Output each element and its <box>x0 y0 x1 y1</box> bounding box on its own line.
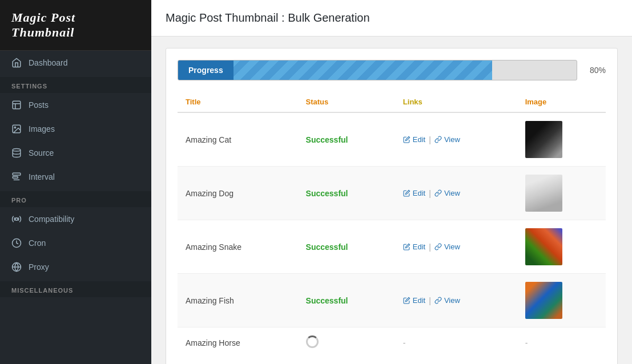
svg-point-9 <box>15 218 18 221</box>
edit-link[interactable]: Edit <box>403 242 425 251</box>
cell-links: - <box>395 327 517 358</box>
table-row: Amazing SnakeSuccessful Edit | View <box>178 220 606 274</box>
thumbnail-image <box>525 121 562 158</box>
table-row: Amazing Horse-- <box>178 327 606 358</box>
progress-fill <box>234 60 493 80</box>
sidebar-item-compatibility[interactable]: Compatibility <box>0 207 151 231</box>
sidebar-item-images[interactable]: Images <box>0 117 151 141</box>
col-header-image: Image <box>517 92 606 112</box>
proxy-icon <box>11 262 22 272</box>
table-row: Amazing CatSuccessful Edit | View <box>178 112 606 167</box>
col-header-status: Status <box>298 92 395 112</box>
cell-title: Amazing Snake <box>178 220 298 274</box>
table-row: Amazing DogSuccessful Edit | View <box>178 167 606 220</box>
sidebar-item-label: Proxy <box>29 262 49 272</box>
col-header-links: Links <box>395 92 517 112</box>
main-card: Progress 80% Title Status Links Image <box>166 48 618 364</box>
cell-title: Amazing Fish <box>178 274 298 327</box>
cell-title: Amazing Cat <box>178 112 298 167</box>
sidebar-item-label: Posts <box>29 100 49 110</box>
svg-rect-6 <box>13 173 21 175</box>
content-area: Progress 80% Title Status Links Image <box>151 37 632 364</box>
sidebar-item-dashboard[interactable]: Dashboard <box>0 51 151 75</box>
cell-title: Amazing Dog <box>178 167 298 220</box>
cell-status: Successful <box>298 274 395 327</box>
status-badge: Successful <box>306 242 348 252</box>
cell-image <box>517 112 606 167</box>
posts-icon <box>11 100 22 110</box>
cron-icon <box>11 238 22 248</box>
svg-rect-7 <box>13 176 18 178</box>
thumbnail-image <box>525 282 562 319</box>
edit-link[interactable]: Edit <box>403 135 425 144</box>
progress-percent: 80% <box>590 66 606 75</box>
source-icon <box>11 148 22 158</box>
images-icon <box>11 124 22 134</box>
main-content: Magic Post Thumbnail : Bulk Generation P… <box>151 0 632 364</box>
link-separator: | <box>429 135 431 144</box>
page-header: Magic Post Thumbnail : Bulk Generation <box>151 0 632 37</box>
progress-label: Progress <box>178 60 234 80</box>
view-link[interactable]: View <box>434 135 460 144</box>
status-badge: Successful <box>306 296 348 305</box>
cell-links: Edit | View <box>395 167 517 220</box>
sidebar-item-label: Compatibility <box>29 215 74 224</box>
cell-image <box>517 167 606 220</box>
sidebar-item-cron[interactable]: Cron <box>0 231 151 255</box>
edit-link[interactable]: Edit <box>403 296 425 305</box>
view-link[interactable]: View <box>434 296 460 305</box>
interval-icon <box>11 172 22 182</box>
sidebar-item-label: Interval <box>29 172 55 181</box>
sidebar-item-proxy[interactable]: Proxy <box>0 255 151 279</box>
thumbnail-image <box>525 175 562 212</box>
sidebar-item-posts[interactable]: Posts <box>0 93 151 117</box>
sidebar-item-label: Cron <box>29 238 46 248</box>
link-separator: | <box>429 189 431 198</box>
cell-links: Edit | View <box>395 274 517 327</box>
cell-links: Edit | View <box>395 112 517 167</box>
cell-status: Successful <box>298 220 395 274</box>
sidebar-item-interval[interactable]: Interval <box>0 165 151 189</box>
view-link[interactable]: View <box>434 189 460 197</box>
sidebar-item-label: Images <box>29 124 55 134</box>
col-header-title: Title <box>178 92 298 112</box>
status-badge: Successful <box>306 135 348 144</box>
settings-section-header: SETTINGS <box>0 77 151 93</box>
cell-status <box>298 327 395 358</box>
svg-point-4 <box>14 127 15 128</box>
results-table: Title Status Links Image Amazing CatSucc… <box>178 92 606 358</box>
progress-container: Progress 80% <box>178 60 606 80</box>
home-icon <box>11 58 22 68</box>
cell-status: Successful <box>298 112 395 167</box>
table-row: Amazing FishSuccessful Edit | View <box>178 274 606 327</box>
compatibility-icon <box>11 214 22 224</box>
page-title: Magic Post Thumbnail : Bulk Generation <box>166 11 618 25</box>
status-spinner <box>306 335 319 348</box>
progress-bar: Progress <box>178 60 577 80</box>
svg-point-5 <box>13 149 21 152</box>
link-separator: | <box>429 242 431 252</box>
status-badge: Successful <box>306 189 348 198</box>
cell-image <box>517 220 606 274</box>
cell-image: - <box>517 327 606 358</box>
cell-image <box>517 274 606 327</box>
cell-links: Edit | View <box>395 220 517 274</box>
sidebar-item-label: Dashboard <box>29 58 68 67</box>
no-link: - <box>403 338 406 347</box>
link-separator: | <box>429 296 431 305</box>
logo-text: Magic Post Thumbnail <box>11 10 75 39</box>
edit-link[interactable]: Edit <box>403 189 425 197</box>
app-logo: Magic Post Thumbnail <box>0 0 151 51</box>
cell-status: Successful <box>298 167 395 220</box>
sidebar-item-source[interactable]: Source <box>0 141 151 165</box>
pro-section-header: PRO <box>0 191 151 207</box>
sidebar-item-label: Source <box>29 148 54 157</box>
sidebar: Magic Post Thumbnail Dashboard SETTINGS … <box>0 0 151 364</box>
no-image: - <box>525 338 528 347</box>
svg-rect-0 <box>13 101 21 109</box>
thumbnail-image <box>525 228 562 265</box>
miscellaneous-section-header: MISCELLANEOUS <box>0 281 151 297</box>
cell-title: Amazing Horse <box>178 327 298 358</box>
view-link[interactable]: View <box>434 242 460 251</box>
